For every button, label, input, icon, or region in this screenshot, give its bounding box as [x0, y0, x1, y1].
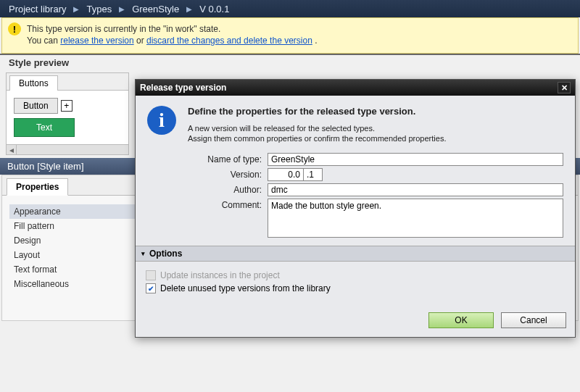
label-version: Version:: [188, 168, 268, 180]
dialog-heading: Define the properties for the released t…: [188, 106, 563, 117]
label-name: Name of type:: [188, 153, 268, 164]
comment-input[interactable]: [268, 199, 563, 238]
chevron-right-icon: ▶: [182, 5, 196, 13]
scrollbar[interactable]: ◂: [7, 144, 128, 154]
crumb-version[interactable]: V 0.0.1: [196, 4, 232, 14]
sample-button-green[interactable]: Text: [14, 118, 75, 137]
sample-button-grey[interactable]: Button: [14, 98, 58, 114]
info-icon: i: [147, 106, 176, 135]
discard-link[interactable]: discard the changes and delete the versi…: [146, 36, 312, 46]
checkbox-icon[interactable]: ✔: [146, 283, 156, 293]
warning-text-1: This type version is currently in the "i…: [27, 24, 572, 34]
style-preview-header: Style preview: [0, 54, 580, 68]
cancel-button[interactable]: Cancel: [501, 312, 566, 328]
chevron-right-icon: ▶: [115, 5, 129, 13]
release-link[interactable]: release the version: [60, 36, 133, 46]
tab-properties[interactable]: Properties: [7, 178, 68, 196]
scroll-left-icon[interactable]: ◂: [7, 145, 17, 155]
dialog-title-text: Release type version: [140, 83, 226, 93]
version-minor-input[interactable]: [304, 168, 323, 181]
style-preview-panel: Buttons Button + Text ◂: [6, 72, 129, 155]
chevron-down-icon: ▾: [141, 250, 145, 257]
crumb-project-library[interactable]: Project library: [6, 4, 69, 14]
dialog-desc-2: Assign them common properties or confirm…: [188, 134, 563, 143]
label-comment: Comment:: [188, 199, 268, 210]
checkbox-icon: [146, 270, 156, 280]
chevron-right-icon: ▶: [69, 5, 83, 13]
release-dialog: Release type version ✕ i Define the prop…: [135, 79, 576, 338]
warning-banner: ! This type version is currently in the …: [1, 17, 579, 54]
dialog-desc-1: A new version will be released for the s…: [188, 124, 563, 133]
breadcrumb: Project library ▶ Types ▶ GreenStyle ▶ V…: [0, 0, 580, 17]
close-icon[interactable]: ✕: [558, 82, 571, 93]
crumb-types[interactable]: Types: [83, 4, 115, 14]
warning-icon: !: [8, 22, 21, 36]
name-input[interactable]: [268, 153, 563, 166]
checkbox-update-instances: Update instances in the project: [146, 270, 565, 280]
preview-tab-buttons[interactable]: Buttons: [9, 75, 58, 91]
checkbox-delete-unused[interactable]: ✔ Delete unused type versions from the l…: [146, 283, 565, 293]
warning-text-2: You can release the version or discard t…: [27, 36, 572, 46]
label-author: Author:: [188, 183, 268, 195]
dialog-titlebar[interactable]: Release type version ✕: [136, 80, 575, 96]
crumb-greenstyle[interactable]: GreenStyle: [129, 4, 182, 14]
add-icon[interactable]: +: [61, 100, 72, 112]
author-input[interactable]: [268, 183, 563, 196]
ok-button[interactable]: OK: [428, 312, 494, 328]
options-header[interactable]: ▾ Options: [136, 246, 575, 262]
version-major-input[interactable]: [268, 168, 304, 181]
